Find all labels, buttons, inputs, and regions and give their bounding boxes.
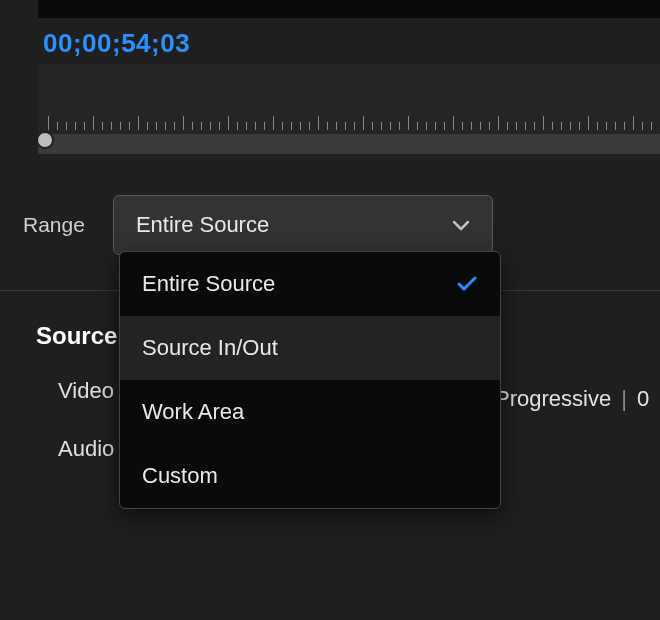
dropdown-option[interactable]: Work Area	[120, 380, 500, 444]
source-video-info: Progressive | 0	[495, 386, 649, 412]
dropdown-option-label: Source In/Out	[142, 335, 278, 361]
chevron-down-icon	[452, 220, 470, 231]
range-dropdown-menu: Entire SourceSource In/OutWork AreaCusto…	[119, 251, 501, 509]
timecode-display[interactable]: 00;00;54;03	[43, 28, 190, 59]
playhead-handle[interactable]	[36, 131, 54, 149]
source-video-label: Video	[58, 378, 117, 404]
range-dropdown-value: Entire Source	[136, 212, 269, 238]
check-icon	[456, 276, 478, 292]
source-header: Source	[36, 322, 117, 350]
video-preview-strip	[38, 0, 660, 18]
timeline-track[interactable]	[38, 134, 660, 154]
dropdown-option-label: Entire Source	[142, 271, 275, 297]
source-audio-label: Audio	[58, 436, 117, 462]
dropdown-option[interactable]: Source In/Out	[120, 316, 500, 380]
dropdown-option[interactable]: Custom	[120, 444, 500, 508]
dropdown-option-label: Work Area	[142, 399, 244, 425]
dropdown-option-label: Custom	[142, 463, 218, 489]
range-dropdown[interactable]: Entire Source	[113, 195, 493, 255]
range-label: Range	[23, 213, 85, 237]
dropdown-option[interactable]: Entire Source	[120, 252, 500, 316]
